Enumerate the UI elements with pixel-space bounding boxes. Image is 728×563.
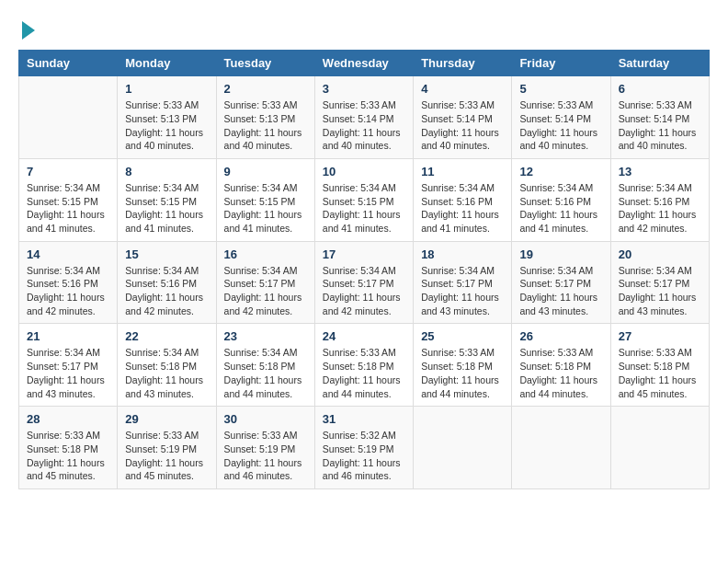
calendar-cell: 3Sunrise: 5:33 AMSunset: 5:14 PMDaylight… xyxy=(314,76,413,159)
calendar-cell: 30Sunrise: 5:33 AMSunset: 5:19 PMDayligh… xyxy=(216,407,314,489)
calendar-cell: 13Sunrise: 5:34 AMSunset: 5:16 PMDayligh… xyxy=(610,158,709,241)
col-header-wednesday: Wednesday xyxy=(314,51,413,76)
calendar-cell: 9Sunrise: 5:34 AMSunset: 5:15 PMDaylight… xyxy=(216,158,314,241)
calendar-cell: 21Sunrise: 5:34 AMSunset: 5:17 PMDayligh… xyxy=(19,324,118,407)
day-info: Sunrise: 5:34 AMSunset: 5:17 PMDaylight:… xyxy=(27,346,109,400)
day-number: 5 xyxy=(519,82,602,96)
calendar-cell xyxy=(414,407,512,489)
day-number: 16 xyxy=(224,247,307,261)
col-header-tuesday: Tuesday xyxy=(216,51,314,76)
calendar-cell: 28Sunrise: 5:33 AMSunset: 5:18 PMDayligh… xyxy=(19,407,118,489)
day-info: Sunrise: 5:34 AMSunset: 5:17 PMDaylight:… xyxy=(421,264,504,318)
calendar-cell xyxy=(19,76,118,159)
day-number: 7 xyxy=(27,165,109,178)
calendar-cell: 5Sunrise: 5:33 AMSunset: 5:14 PMDaylight… xyxy=(512,76,610,159)
day-info: Sunrise: 5:34 AMSunset: 5:15 PMDaylight:… xyxy=(323,181,405,236)
day-info: Sunrise: 5:33 AMSunset: 5:19 PMDaylight:… xyxy=(125,429,208,483)
day-number: 22 xyxy=(125,329,208,343)
day-number: 3 xyxy=(323,82,405,96)
day-number: 14 xyxy=(27,247,109,261)
day-number: 27 xyxy=(619,329,701,343)
day-number: 20 xyxy=(619,247,701,261)
day-info: Sunrise: 5:33 AMSunset: 5:14 PMDaylight:… xyxy=(519,98,602,153)
calendar-table: SundayMondayTuesdayWednesdayThursdayFrid… xyxy=(18,50,710,489)
day-info: Sunrise: 5:34 AMSunset: 5:15 PMDaylight:… xyxy=(27,181,109,236)
day-number: 12 xyxy=(519,165,602,178)
day-info: Sunrise: 5:34 AMSunset: 5:16 PMDaylight:… xyxy=(421,181,504,236)
day-info: Sunrise: 5:33 AMSunset: 5:18 PMDaylight:… xyxy=(323,346,405,400)
day-number: 23 xyxy=(224,329,307,343)
day-info: Sunrise: 5:33 AMSunset: 5:18 PMDaylight:… xyxy=(519,346,602,400)
day-info: Sunrise: 5:34 AMSunset: 5:17 PMDaylight:… xyxy=(519,264,602,318)
calendar-cell: 8Sunrise: 5:34 AMSunset: 5:15 PMDaylight… xyxy=(118,158,216,241)
day-info: Sunrise: 5:34 AMSunset: 5:16 PMDaylight:… xyxy=(125,264,208,318)
day-info: Sunrise: 5:33 AMSunset: 5:14 PMDaylight:… xyxy=(619,98,701,153)
calendar-cell: 7Sunrise: 5:34 AMSunset: 5:15 PMDaylight… xyxy=(19,158,118,241)
day-number: 26 xyxy=(519,329,602,343)
calendar-cell: 22Sunrise: 5:34 AMSunset: 5:18 PMDayligh… xyxy=(118,324,216,407)
calendar-cell: 26Sunrise: 5:33 AMSunset: 5:18 PMDayligh… xyxy=(512,324,610,407)
day-number: 15 xyxy=(125,247,208,261)
day-number: 13 xyxy=(619,165,701,178)
calendar-cell xyxy=(610,407,709,489)
page-header xyxy=(18,18,710,40)
week-row-1: 1Sunrise: 5:33 AMSunset: 5:13 PMDaylight… xyxy=(19,76,710,159)
col-header-monday: Monday xyxy=(118,51,216,76)
col-header-thursday: Thursday xyxy=(414,51,512,76)
day-info: Sunrise: 5:34 AMSunset: 5:16 PMDaylight:… xyxy=(27,264,109,318)
day-info: Sunrise: 5:34 AMSunset: 5:15 PMDaylight:… xyxy=(125,181,208,236)
day-number: 10 xyxy=(323,165,405,178)
day-number: 6 xyxy=(619,82,701,96)
day-number: 31 xyxy=(323,412,405,426)
col-header-friday: Friday xyxy=(512,51,610,76)
day-number: 28 xyxy=(27,412,109,426)
day-info: Sunrise: 5:34 AMSunset: 5:17 PMDaylight:… xyxy=(619,264,701,318)
calendar-cell: 27Sunrise: 5:33 AMSunset: 5:18 PMDayligh… xyxy=(610,324,709,407)
calendar-cell: 15Sunrise: 5:34 AMSunset: 5:16 PMDayligh… xyxy=(118,241,216,324)
day-info: Sunrise: 5:33 AMSunset: 5:13 PMDaylight:… xyxy=(125,98,208,153)
day-info: Sunrise: 5:34 AMSunset: 5:16 PMDaylight:… xyxy=(619,181,701,236)
col-header-saturday: Saturday xyxy=(610,51,709,76)
day-number: 19 xyxy=(519,247,602,261)
calendar-cell: 24Sunrise: 5:33 AMSunset: 5:18 PMDayligh… xyxy=(314,324,413,407)
calendar-cell: 23Sunrise: 5:34 AMSunset: 5:18 PMDayligh… xyxy=(216,324,314,407)
day-number: 21 xyxy=(27,329,109,343)
day-number: 18 xyxy=(421,247,504,261)
calendar-cell: 11Sunrise: 5:34 AMSunset: 5:16 PMDayligh… xyxy=(414,158,512,241)
day-info: Sunrise: 5:33 AMSunset: 5:18 PMDaylight:… xyxy=(421,346,504,400)
col-header-sunday: Sunday xyxy=(19,51,118,76)
day-number: 2 xyxy=(224,82,307,96)
header-row: SundayMondayTuesdayWednesdayThursdayFrid… xyxy=(19,51,710,76)
calendar-cell: 6Sunrise: 5:33 AMSunset: 5:14 PMDaylight… xyxy=(610,76,709,159)
day-info: Sunrise: 5:32 AMSunset: 5:19 PMDaylight:… xyxy=(323,429,405,483)
day-number: 24 xyxy=(323,329,405,343)
week-row-4: 21Sunrise: 5:34 AMSunset: 5:17 PMDayligh… xyxy=(19,324,710,407)
day-info: Sunrise: 5:33 AMSunset: 5:18 PMDaylight:… xyxy=(27,429,109,483)
calendar-cell: 2Sunrise: 5:33 AMSunset: 5:13 PMDaylight… xyxy=(216,76,314,159)
day-number: 1 xyxy=(125,82,208,96)
day-info: Sunrise: 5:34 AMSunset: 5:18 PMDaylight:… xyxy=(125,346,208,400)
day-number: 11 xyxy=(421,165,504,178)
calendar-cell: 16Sunrise: 5:34 AMSunset: 5:17 PMDayligh… xyxy=(216,241,314,324)
calendar-cell: 18Sunrise: 5:34 AMSunset: 5:17 PMDayligh… xyxy=(414,241,512,324)
day-number: 25 xyxy=(421,329,504,343)
day-info: Sunrise: 5:34 AMSunset: 5:15 PMDaylight:… xyxy=(224,181,307,236)
day-info: Sunrise: 5:34 AMSunset: 5:17 PMDaylight:… xyxy=(224,264,307,318)
day-info: Sunrise: 5:34 AMSunset: 5:16 PMDaylight:… xyxy=(519,181,602,236)
week-row-3: 14Sunrise: 5:34 AMSunset: 5:16 PMDayligh… xyxy=(19,241,710,324)
calendar-cell xyxy=(512,407,610,489)
calendar-cell: 25Sunrise: 5:33 AMSunset: 5:18 PMDayligh… xyxy=(414,324,512,407)
week-row-5: 28Sunrise: 5:33 AMSunset: 5:18 PMDayligh… xyxy=(19,407,710,489)
calendar-cell: 1Sunrise: 5:33 AMSunset: 5:13 PMDaylight… xyxy=(118,76,216,159)
day-number: 17 xyxy=(323,247,405,261)
week-row-2: 7Sunrise: 5:34 AMSunset: 5:15 PMDaylight… xyxy=(19,158,710,241)
day-info: Sunrise: 5:33 AMSunset: 5:18 PMDaylight:… xyxy=(619,346,701,400)
calendar-cell: 17Sunrise: 5:34 AMSunset: 5:17 PMDayligh… xyxy=(314,241,413,324)
day-number: 4 xyxy=(421,82,504,96)
calendar-cell: 4Sunrise: 5:33 AMSunset: 5:14 PMDaylight… xyxy=(414,76,512,159)
day-number: 9 xyxy=(224,165,307,178)
day-info: Sunrise: 5:33 AMSunset: 5:14 PMDaylight:… xyxy=(323,98,405,153)
day-info: Sunrise: 5:33 AMSunset: 5:13 PMDaylight:… xyxy=(224,98,307,153)
logo-arrow-icon xyxy=(22,21,35,40)
calendar-cell: 20Sunrise: 5:34 AMSunset: 5:17 PMDayligh… xyxy=(610,241,709,324)
